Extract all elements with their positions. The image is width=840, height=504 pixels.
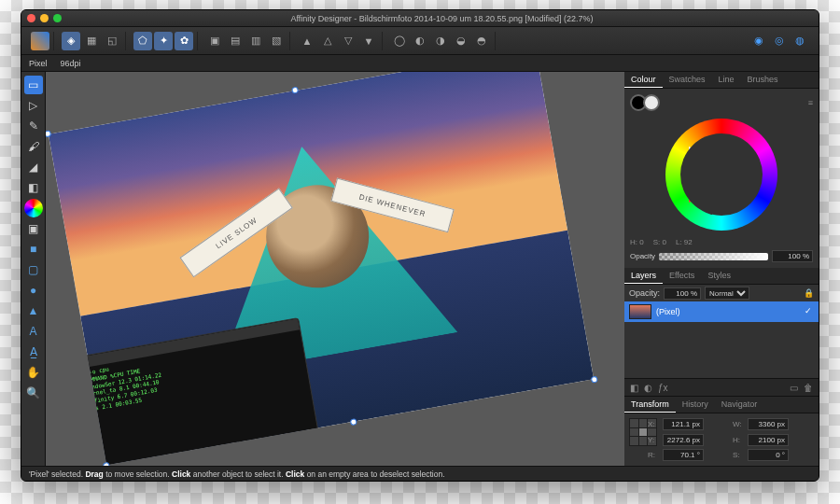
r-input[interactable]: 70.1 ° [663,449,704,461]
shape-cog-button[interactable]: ✿ [175,32,193,50]
transform-panel-tabs: Transform History Navigator [624,397,819,413]
tab-layers[interactable]: Layers [624,268,663,284]
layer-opacity-value[interactable]: 100 % [664,287,701,300]
brush-tool[interactable]: 🖌 [24,137,43,156]
bool-intersect-button[interactable]: ◑ [431,32,450,50]
selection-handle[interactable] [591,376,598,384]
s-input[interactable]: 0 ° [748,449,789,461]
shape-tri-tool[interactable]: ▲ [24,301,43,320]
shape-pentagon-button[interactable]: ⬠ [133,32,152,50]
bool-add-button[interactable]: ◯ [390,32,409,50]
opacity-slider[interactable] [659,253,768,260]
shape-round-tool[interactable]: ▢ [24,260,43,279]
s-label: S: [733,451,744,459]
w-label: W: [733,420,744,428]
x-input[interactable]: 121.1 px [663,418,704,430]
selection-handle[interactable] [350,418,357,426]
tab-line[interactable]: Line [712,72,741,88]
status-bar: 'Pixel' selected. Drag to move selection… [21,466,819,481]
titlebar: Affinity Designer - Bildschirmfoto 2014-… [21,10,819,27]
add-layer-icon[interactable]: ▭ [790,383,798,393]
h-input[interactable]: 2100 px [748,434,789,446]
dpi-label[interactable]: 96dpi [61,59,81,68]
layer-visible-checkbox[interactable] [804,307,814,317]
status-text: 'Pixel' selected. Drag to move selection… [29,469,445,479]
h-label: H: [733,436,744,444]
tab-swatches[interactable]: Swatches [663,72,712,88]
hand-tool[interactable]: ✋ [24,363,43,382]
app-window: Affinity Designer - Bildschirmfoto 2014-… [21,9,819,482]
align-left-button[interactable]: ▣ [205,32,224,50]
tab-navigator[interactable]: Navigator [715,397,764,413]
pen-tool[interactable]: ✎ [24,117,43,135]
text-tool[interactable]: A [24,322,43,341]
logo-icon [31,32,49,50]
fill-swatch[interactable] [643,94,660,111]
arrange-back-button[interactable]: ▼ [359,32,378,50]
arrange-front-button[interactable]: ▲ [298,32,316,50]
lock-icon[interactable]: 🔒 [804,288,814,298]
tab-history[interactable]: History [676,397,715,413]
y-label: Y: [648,436,659,444]
delete-layer-icon[interactable]: 🗑 [804,383,813,393]
r-label: R: [648,451,659,459]
bool-divide-button[interactable]: ◓ [472,32,491,50]
tab-effects[interactable]: Effects [663,268,701,284]
colour-wheel[interactable] [665,119,777,231]
move-tool[interactable]: ▭ [24,76,43,94]
zoom-tool[interactable]: 🔍 [24,384,43,402]
tab-colour[interactable]: Colour [624,72,663,88]
align-right-button[interactable]: ▥ [246,32,265,50]
document[interactable]: LIVE SLOW DIE WHENEVER $ top -o cpuPID C… [49,72,594,465]
x-label: X: [648,420,659,428]
colour-tool[interactable] [24,199,43,217]
close-window-button[interactable] [27,14,35,22]
preview-button[interactable]: ◎ [770,32,789,50]
node-tool[interactable]: ▷ [24,96,43,115]
main-area: ▭ ▷ ✎ 🖌 ◢ ◧ ▣ ■ ▢ ● ▲ A A̲ ✋ 🔍 [21,72,819,466]
window-title: Affinity Designer - Bildschirmfoto 2014-… [71,14,813,23]
assistant-button[interactable]: ◍ [791,32,809,50]
export-persona-button[interactable]: ◱ [103,32,121,50]
colour-panel: ≡ H: 0 S: 0 L: 92 Opacity 100 % [624,89,819,268]
fill-tool[interactable]: ◢ [24,158,43,176]
minimize-window-button[interactable] [40,14,49,22]
colour-triangle[interactable] [689,147,754,203]
sat-readout: S: 0 [653,238,666,246]
layer-row[interactable]: (Pixel) [624,301,819,322]
tab-brushes[interactable]: Brushes [741,72,785,88]
layer-actions: ◧ ◐ ƒx ▭ 🗑 [624,378,819,397]
transform-panel: X: 121.1 px W: 3360 px Y: 2272.6 px H: 2… [624,413,819,466]
layer-name: (Pixel) [656,307,799,316]
blend-mode-select[interactable]: Normal [705,287,749,300]
colour-menu-icon[interactable]: ≡ [808,98,813,107]
unit-label[interactable]: Pixel [29,59,48,68]
opacity-value[interactable]: 100 % [772,250,813,262]
bool-xor-button[interactable]: ◒ [452,32,470,50]
gradient-tool[interactable]: ◧ [24,178,43,197]
bool-subtract-button[interactable]: ◐ [411,32,429,50]
canvas[interactable]: LIVE SLOW DIE WHENEVER $ top -o cpuPID C… [46,72,624,466]
tab-styles[interactable]: Styles [701,268,737,284]
shape-rect-tool[interactable]: ■ [24,240,43,259]
colour-panel-tabs: Colour Swatches Line Brushes [624,72,819,89]
w-input[interactable]: 3360 px [748,418,789,430]
tab-transform[interactable]: Transform [624,397,676,413]
distribute-button[interactable]: ▧ [267,32,286,50]
arrange-backward-button[interactable]: ▽ [339,32,357,50]
vector-tool[interactable]: A̲ [24,343,43,361]
mask-icon[interactable]: ◧ [630,383,638,393]
adjustment-icon[interactable]: ◐ [644,383,652,393]
shape-ellipse-tool[interactable]: ● [24,281,43,300]
zoom-window-button[interactable] [53,14,62,22]
pixel-persona-button[interactable]: ▦ [82,32,101,50]
crop-tool[interactable]: ▣ [24,219,43,238]
hue-readout: H: 0 [630,238,644,246]
draw-persona-button[interactable]: ◈ [62,32,80,50]
y-input[interactable]: 2272.6 px [663,434,704,446]
snapping-button[interactable]: ◉ [749,32,768,50]
align-center-button[interactable]: ▤ [226,32,245,50]
arrange-forward-button[interactable]: △ [318,32,337,50]
fx-icon[interactable]: ƒx [658,383,668,393]
shape-star-button[interactable]: ✦ [154,32,173,50]
